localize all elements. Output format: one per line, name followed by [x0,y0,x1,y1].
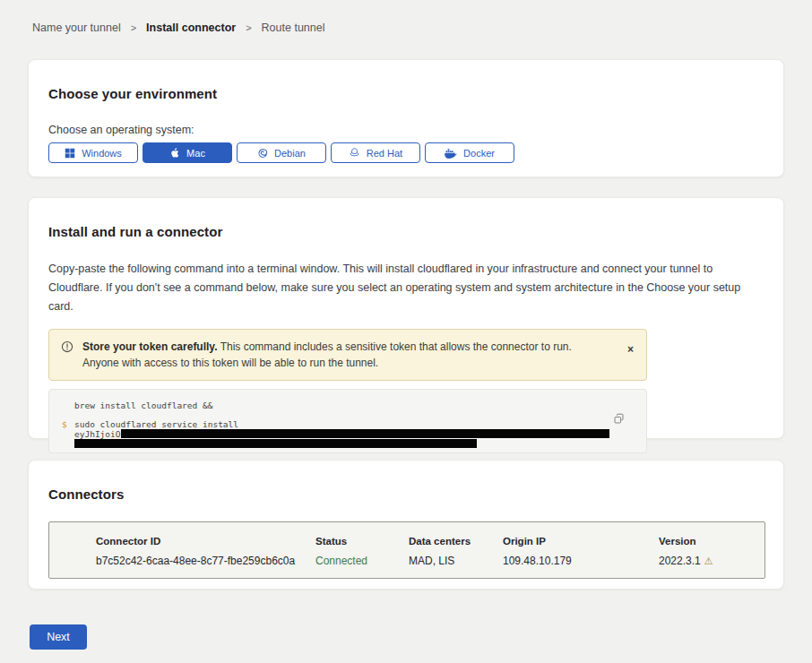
connectors-title: Connectors [48,486,764,502]
windows-icon [65,148,75,159]
table-row: b7c52c42-6caa-48ee-8c77-fbe259cb6c0a Con… [96,555,764,567]
col-header-connector-id: Connector ID [96,536,315,547]
next-button[interactable]: Next [30,624,87,650]
alert-circle-icon [61,340,73,357]
col-header-origin-ip: Origin IP [503,536,659,547]
origin-ip-value: 109.48.10.179 [503,555,659,567]
code-line-token: eyJhIjoiO [62,429,634,439]
code-line-sudo: $ sudo cloudflared service install [62,419,634,429]
connectors-card: Connectors Connector ID Status Data cent… [28,460,784,590]
code-line-brew: brew install cloudflared && [62,400,634,410]
close-icon[interactable]: × [627,344,634,355]
breadcrumb-step-name-your-tunnel[interactable]: Name your tunnel [32,22,121,34]
version-number: 2022.3.1 [659,555,701,567]
warning-triangle-icon: ⚠ [704,556,713,566]
os-button-label: Debian [274,148,306,159]
copy-icon[interactable] [611,411,626,429]
table-header-row: Connector ID Status Data centers Origin … [96,536,764,547]
redacted-token-bar [74,439,477,448]
os-button-windows[interactable]: Windows [48,142,138,163]
breadcrumb-step-route-tunnel[interactable]: Route tunnel [262,22,325,34]
code-line-token-2 [62,439,634,448]
connectors-table: Connector ID Status Data centers Origin … [48,521,765,579]
code-text: sudo cloudflared service install [74,419,238,429]
version-value: 2022.3.1 ⚠ [659,555,764,567]
redhat-icon [349,147,360,159]
token-warning-title: Store your token carefully. [82,340,218,353]
docker-icon [445,148,457,159]
token-warning-banner: Store your token carefully. This command… [48,329,647,381]
breadcrumb-step-install-connector[interactable]: Install connector [146,22,236,34]
col-header-version: Version [659,536,764,547]
os-button-docker[interactable]: Docker [425,142,514,163]
choose-environment-title: Choose your environment [48,86,764,101]
token-prefix-text: eyJhIjoiO [74,429,120,439]
install-command-code-block[interactable]: brew install cloudflared && $ sudo cloud… [48,389,647,453]
apple-icon [169,147,180,159]
choose-environment-card: Choose your environment Choose an operat… [28,59,784,177]
os-button-debian[interactable]: Debian [237,142,326,163]
prompt-column [62,400,74,410]
os-button-label: Docker [463,148,495,159]
status-badge: Connected [315,555,409,567]
shell-prompt: $ [62,419,74,429]
breadcrumb: Name your tunnel > Install connector > R… [0,0,812,34]
redacted-token-bar [121,429,609,438]
os-button-label: Mac [186,148,205,159]
os-button-group: Windows Mac Debian Red Hat [48,142,764,163]
col-header-status: Status [315,536,409,547]
os-button-label: Red Hat [367,148,402,159]
prompt-column [62,439,74,448]
install-connector-title: Install and run a connector [48,224,758,239]
install-connector-description: Copy-paste the following command into a … [48,260,762,316]
breadcrumb-separator: > [131,22,136,33]
code-text: brew install cloudflared && [74,400,212,410]
token-warning-text: Store your token carefully. This command… [82,339,584,371]
tunnel-setup-page: Name your tunnel > Install connector > R… [0,0,812,663]
debian-icon [257,148,268,159]
data-centers-value: MAD, LIS [409,555,503,567]
install-connector-card: Install and run a connector Copy-paste t… [28,197,784,439]
connector-id-value: b7c52c42-6caa-48ee-8c77-fbe259cb6c0a [96,555,315,567]
os-button-mac[interactable]: Mac [143,142,232,163]
os-button-label: Windows [82,148,122,159]
prompt-column [62,429,74,439]
os-select-label: Choose an operating system: [48,124,764,136]
breadcrumb-separator: > [246,22,251,33]
os-button-redhat[interactable]: Red Hat [331,142,420,163]
col-header-data-centers: Data centers [409,536,503,547]
